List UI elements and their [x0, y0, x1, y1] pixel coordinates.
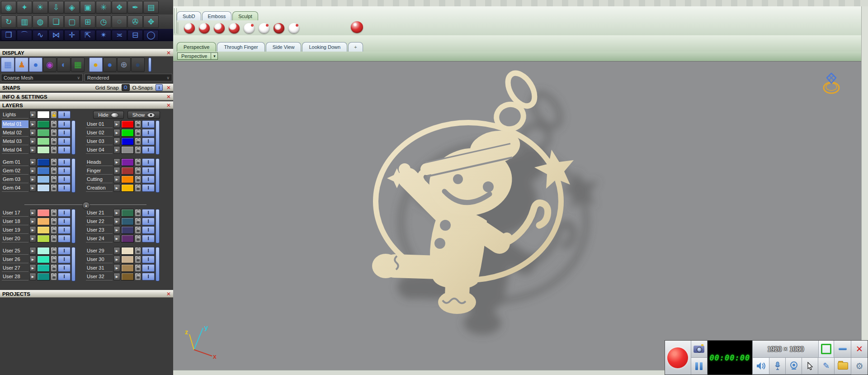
layer-color-swatch[interactable]: [37, 218, 50, 225]
visibility-toggle[interactable]: [142, 209, 155, 217]
visibility-toggle[interactable]: [142, 247, 155, 255]
expand-arrow-icon[interactable]: [113, 273, 120, 280]
lock-icon[interactable]: [51, 209, 57, 217]
ring-render-icon[interactable]: ◍: [33, 15, 48, 28]
viewport-3d[interactable]: y z x: [173, 61, 862, 370]
visibility-toggle[interactable]: [58, 167, 71, 175]
lock-icon[interactable]: [135, 158, 142, 166]
visibility-toggle[interactable]: [58, 226, 71, 234]
sculpt-sphere-icon[interactable]: [351, 21, 363, 33]
extrude-icon[interactable]: ⇱: [80, 30, 95, 41]
expand-arrow-icon[interactable]: [29, 247, 36, 255]
layer-color-swatch[interactable]: [37, 256, 50, 263]
layer-row[interactable]: User 31: [86, 264, 155, 272]
globe-view-icon[interactable]: ◐: [57, 57, 71, 72]
layer-row[interactable]: Finger: [86, 167, 155, 175]
lock-icon[interactable]: [51, 184, 57, 192]
visibility-toggle[interactable]: [142, 138, 155, 145]
layer-row[interactable]: User 18: [2, 218, 71, 225]
lock-icon[interactable]: [51, 167, 57, 175]
visibility-toggle[interactable]: [58, 273, 71, 280]
visibility-toggle[interactable]: [142, 120, 155, 128]
brush-flatten-icon[interactable]: [214, 23, 225, 33]
mode-tab[interactable]: Emboss: [202, 11, 232, 20]
lights-row[interactable]: Lights: [2, 111, 71, 119]
layers-splitter[interactable]: ▲: [2, 202, 165, 208]
visibility-toggle[interactable]: [58, 176, 71, 183]
expand-arrow-icon[interactable]: [113, 209, 120, 217]
layer-color-swatch[interactable]: [121, 120, 134, 128]
lock-icon[interactable]: [135, 235, 142, 242]
expand-arrow-icon[interactable]: [113, 146, 120, 154]
expand-arrow-icon[interactable]: [113, 120, 120, 128]
blue-material-icon[interactable]: ●: [103, 57, 117, 72]
layer-color-swatch[interactable]: [121, 158, 134, 166]
snaps-section-header[interactable]: SNAPS Grid Snap O O-Snaps I ✕: [0, 84, 173, 91]
layer-row[interactable]: Metal 02: [2, 129, 71, 137]
layer-color-swatch[interactable]: [37, 247, 50, 255]
screenshot-button[interactable]: [691, 341, 708, 358]
lock-icon[interactable]: [135, 218, 142, 225]
arc-curve-icon[interactable]: ⌒: [17, 30, 32, 41]
grid-view-icon[interactable]: ▦: [1, 57, 14, 72]
layer-color-swatch[interactable]: [121, 184, 134, 192]
collapse-arrow-icon[interactable]: ▲: [82, 202, 90, 209]
lock-icon[interactable]: [135, 273, 142, 280]
brush-inflate-icon[interactable]: [229, 23, 240, 33]
layer-color-swatch[interactable]: [121, 264, 134, 272]
webcam-button[interactable]: [786, 358, 802, 375]
sun-light-icon[interactable]: ☀: [33, 1, 48, 14]
speaker-button[interactable]: [753, 358, 769, 375]
grid-snap-label[interactable]: Grid Snap: [95, 85, 119, 90]
layer-row[interactable]: User 26: [2, 256, 71, 263]
brush-stamp-icon[interactable]: [288, 23, 299, 33]
annotate-button[interactable]: ✎: [818, 358, 835, 375]
expand-arrow-icon[interactable]: [113, 138, 120, 145]
layer-color-swatch[interactable]: [37, 209, 50, 217]
visibility-toggle[interactable]: [142, 146, 155, 154]
visibility-toggle[interactable]: [142, 184, 155, 192]
spotlight-icon[interactable]: ✦: [17, 1, 32, 14]
layer-row[interactable]: Metal 04: [2, 146, 71, 154]
visibility-toggle[interactable]: [142, 176, 155, 183]
close-icon[interactable]: ✕: [166, 50, 171, 56]
lock-icon[interactable]: [51, 129, 57, 137]
expand-arrow-icon[interactable]: [113, 256, 120, 263]
expand-arrow-icon[interactable]: [113, 176, 120, 183]
expand-arrow-icon[interactable]: [29, 146, 36, 154]
visibility-toggle[interactable]: [58, 138, 71, 145]
visibility-toggle[interactable]: [58, 209, 71, 217]
minimize-button[interactable]: [834, 341, 851, 358]
lock-icon[interactable]: [51, 218, 57, 225]
layer-color-swatch[interactable]: [37, 184, 50, 192]
lock-icon[interactable]: [51, 247, 57, 255]
circle-primitive-icon[interactable]: ◯: [143, 30, 159, 41]
layer-color-swatch[interactable]: [121, 209, 134, 217]
layer-color-swatch[interactable]: [121, 247, 134, 255]
mirror-shapes-icon[interactable]: ⋈: [48, 30, 64, 41]
layer-color-swatch[interactable]: [37, 146, 50, 154]
expand-arrow-icon[interactable]: [113, 235, 120, 242]
layer-color-swatch[interactable]: [121, 273, 134, 280]
snap-info-chip[interactable]: I: [156, 84, 163, 91]
lock-icon[interactable]: [135, 256, 142, 263]
layer-color-swatch[interactable]: [37, 120, 50, 128]
layer-row[interactable]: Gem 01: [2, 158, 71, 166]
osnap-toggle-icon[interactable]: O: [122, 84, 130, 91]
brush-pull-icon[interactable]: [184, 23, 195, 33]
visibility-toggle[interactable]: [142, 273, 155, 280]
expand-arrow-icon[interactable]: [113, 218, 120, 225]
lock-icon[interactable]: [135, 209, 142, 217]
pause-button[interactable]: [691, 358, 708, 375]
view-tab[interactable]: Through Finger: [217, 42, 264, 52]
brush-smudge-icon[interactable]: [199, 23, 210, 33]
import-box-icon[interactable]: ⇩: [48, 1, 64, 14]
gem-view-icon[interactable]: ◈: [64, 1, 80, 14]
visibility-toggle[interactable]: [58, 158, 71, 166]
app-logo-icon[interactable]: ◉: [1, 1, 16, 14]
lock-icon[interactable]: [135, 247, 142, 255]
expand-arrow-icon[interactable]: [29, 209, 36, 217]
layer-row[interactable]: Gem 02: [2, 167, 71, 175]
layer-color-swatch[interactable]: [37, 111, 50, 119]
curve-points-icon[interactable]: ∿: [33, 30, 48, 41]
